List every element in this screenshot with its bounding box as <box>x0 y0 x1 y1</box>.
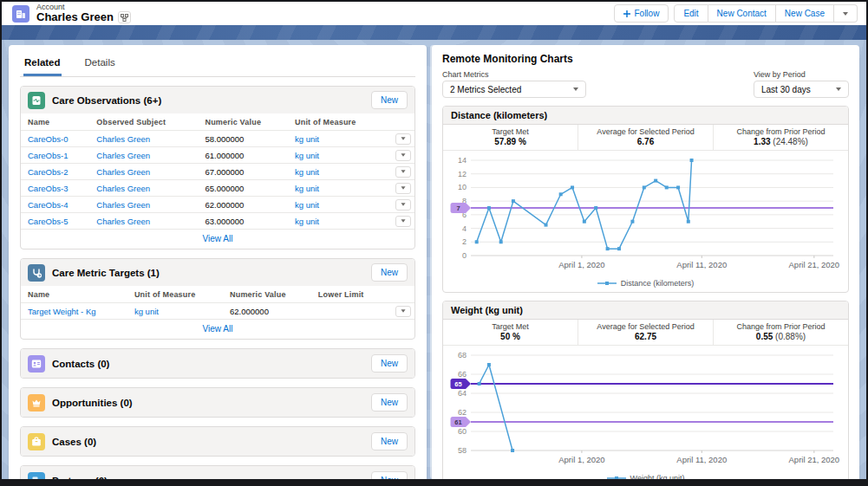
left-panel-scrollbar[interactable] <box>430 45 436 479</box>
chevron-down-icon <box>401 219 405 222</box>
chevron-down-icon <box>836 87 841 91</box>
header-button-group: Edit New Contact New Case <box>674 4 858 23</box>
svg-text:64: 64 <box>458 389 467 398</box>
new-care-metric-target-button[interactable]: New <box>371 263 408 282</box>
record-link[interactable]: CareObs-0 <box>28 134 68 144</box>
related-list-header: Opportunities (0)New <box>21 388 414 417</box>
new-button[interactable]: New <box>371 393 408 411</box>
related-list-header: Cases (0)New <box>21 427 414 456</box>
table-row: CareObs-5Charles Green63.000000kg unit <box>21 213 414 230</box>
chevron-down-icon <box>401 153 405 156</box>
chart-legend: Weight (kg unit) <box>443 473 848 479</box>
care-metric-targets-header: Care Metric Targets (1) New <box>21 259 414 286</box>
more-actions-button[interactable] <box>834 4 858 23</box>
row-actions-button[interactable] <box>395 183 411 194</box>
svg-text:62: 62 <box>458 408 467 417</box>
stat-value: 50 % <box>445 332 576 341</box>
chart-selectors: Chart Metrics 2 Metrics Selected View by… <box>442 70 849 98</box>
view-by-period-label: View by Period <box>754 70 849 79</box>
record-link[interactable]: CareObs-3 <box>28 184 68 193</box>
record-link[interactable]: Charles Green <box>96 167 150 177</box>
record-link[interactable]: Charles Green <box>96 151 150 160</box>
tab-related[interactable]: Related <box>23 52 62 76</box>
svg-text:7: 7 <box>456 204 460 212</box>
svg-text:65: 65 <box>454 380 461 388</box>
care-metric-targets-view-all-link[interactable]: View All <box>21 320 414 339</box>
record-link[interactable]: CareObs-5 <box>28 217 68 226</box>
stat-cell: Change from Prior Period1.33 (24.48%) <box>714 125 848 150</box>
new-button[interactable]: New <box>371 471 408 479</box>
row-actions-button[interactable] <box>395 306 411 317</box>
section-title: Opportunities (0) <box>52 398 364 408</box>
chevron-down-icon <box>401 203 405 205</box>
record-link[interactable]: Target Weight - Kg <box>28 307 96 316</box>
care-observations-view-all-link[interactable]: View All <box>21 230 414 249</box>
stat-label: Change from Prior Period <box>715 322 846 331</box>
partners-icon <box>28 472 45 480</box>
stat-label: Target Met <box>445 127 576 136</box>
follow-button[interactable]: Follow <box>614 4 669 23</box>
stat-value: 0.55 (0.88%) <box>715 332 846 341</box>
record-link[interactable]: kg unit <box>295 184 319 193</box>
care-metric-targets-icon <box>28 264 45 282</box>
chevron-down-icon <box>843 12 848 16</box>
target-line-tag: 7 <box>451 203 472 213</box>
row-actions-button[interactable] <box>395 150 411 161</box>
record-link[interactable]: kg unit <box>295 134 319 144</box>
chart-svg: 02468101214April 1, 2020April 11, 2020Ap… <box>445 153 842 275</box>
record-link[interactable]: Charles Green <box>96 217 150 226</box>
record-link[interactable]: CareObs-2 <box>28 167 68 177</box>
svg-text:2: 2 <box>462 237 467 246</box>
table-row: CareObs-0Charles Green58.000000kg unit <box>21 131 414 147</box>
svg-text:0: 0 <box>462 251 467 260</box>
stat-value: 57.89 % <box>445 137 576 146</box>
row-actions-button[interactable] <box>395 133 411 145</box>
column-header: Observed Subject <box>93 113 201 131</box>
chart-legend: Distance (kilometers) <box>443 278 848 292</box>
record-link[interactable]: kg unit <box>134 307 159 316</box>
record-link[interactable]: CareObs-1 <box>28 151 68 160</box>
section-title: Care Observations (6+) <box>52 95 364 106</box>
record-link[interactable]: kg unit <box>295 200 319 210</box>
new-button[interactable]: New <box>371 354 408 373</box>
record-link[interactable]: Charles Green <box>96 200 150 210</box>
chevron-down-icon <box>573 87 578 91</box>
new-button[interactable]: New <box>371 432 408 450</box>
panel-title: Remote Monitoring Charts <box>442 53 849 65</box>
chart-stats-row: Target Met50 %Average for Selected Perio… <box>443 320 848 346</box>
new-care-observation-button[interactable]: New <box>371 91 408 109</box>
view-hierarchy-button[interactable] <box>118 11 131 23</box>
chart-metrics-select[interactable]: 2 Metrics Selected <box>442 81 586 98</box>
record-link[interactable]: CareObs-4 <box>28 200 68 210</box>
section-title: Care Metric Targets (1) <box>52 268 364 278</box>
record-link[interactable]: Charles Green <box>96 184 150 193</box>
edit-button[interactable]: Edit <box>674 4 708 23</box>
stat-label: Average for Selected Period <box>580 322 711 331</box>
plus-icon <box>623 10 630 17</box>
svg-text:14: 14 <box>458 156 467 165</box>
new-case-button[interactable]: New Case <box>776 4 834 23</box>
contacts-icon <box>28 355 45 373</box>
related-panel: Related Details Care Observations (6+) N… <box>9 45 427 479</box>
record-link[interactable]: kg unit <box>295 217 319 226</box>
record-link[interactable]: kg unit <box>295 167 319 177</box>
target-line-tag: 65 <box>451 379 472 389</box>
account-icon <box>12 5 29 23</box>
svg-text:61: 61 <box>454 418 461 426</box>
row-actions-button[interactable] <box>395 216 411 227</box>
view-by-period-select[interactable]: Last 30 days <box>754 81 849 98</box>
related-list-card: Contacts (0)New <box>20 348 415 379</box>
table-row: CareObs-2Charles Green67.000000kg unit <box>21 164 414 180</box>
stat-cell: Average for Selected Period62.75 <box>578 320 714 345</box>
related-list-header: Contacts (0)New <box>21 349 414 378</box>
column-header: Lower Limit <box>315 286 388 303</box>
new-contact-button[interactable]: New Contact <box>708 4 776 23</box>
column-header: Name <box>21 113 93 131</box>
tab-details[interactable]: Details <box>84 52 116 76</box>
row-actions-button[interactable] <box>395 199 411 211</box>
row-actions-button[interactable] <box>395 166 411 178</box>
record-link[interactable]: Charles Green <box>96 134 150 144</box>
section-title: Cases (0) <box>52 437 364 447</box>
record-link[interactable]: kg unit <box>295 151 319 160</box>
column-header: Unit of Measure <box>131 286 226 303</box>
